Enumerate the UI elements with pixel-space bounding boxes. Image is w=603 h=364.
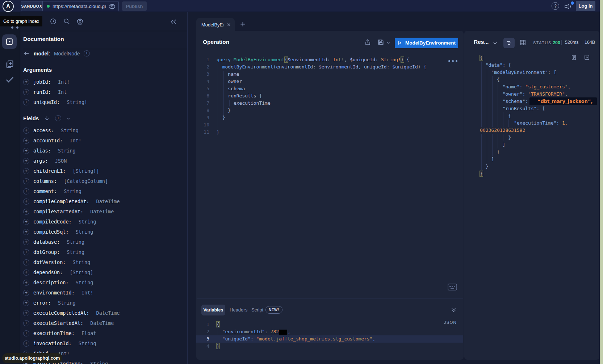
sidebar-item-collections[interactable] [5,59,14,69]
field-row[interactable]: runId: Int [23,87,186,97]
publish-button[interactable]: Publish [122,1,147,11]
field-row[interactable]: comment: String [23,186,186,196]
explorer-settings-gear-icon[interactable] [76,18,84,25]
field-row[interactable]: access: String [23,125,186,135]
add-field-button[interactable] [23,89,29,95]
field-type[interactable]: [String] [67,269,93,275]
add-field-button[interactable] [23,280,29,286]
sidebar-item-explorer[interactable] [2,34,17,49]
field-type[interactable]: Int! [55,79,70,85]
field-type[interactable]: String [76,340,96,346]
field-row[interactable]: description: String [23,277,186,288]
close-tab-icon[interactable] [227,22,231,27]
field-type[interactable]: String [87,361,108,364]
field-row[interactable]: uniqueId: String! [23,97,186,107]
field-row[interactable]: executionTime: Float [23,328,186,338]
field-type[interactable]: JSON [52,158,67,164]
save-operation-icon[interactable] [377,39,384,46]
add-field-button[interactable] [23,229,29,235]
sidebar-item-checks[interactable] [5,74,15,84]
field-type[interactable]: DateTime [87,320,114,326]
response-raw-view-button[interactable] [503,38,515,48]
field-type[interactable]: [String!] [70,168,99,174]
field-row[interactable]: dbtGroup: String [23,247,186,257]
add-field-button[interactable] [23,330,29,336]
field-type[interactable]: [CatalogColumn] [61,178,108,184]
field-row[interactable]: accountId: Int! [23,135,186,146]
field-type[interactable]: Int! [67,138,81,143]
field-row[interactable]: dbtVersion: String [23,257,186,267]
field-type[interactable]: String [73,229,93,235]
field-type[interactable]: String [76,219,96,225]
add-field-button[interactable] [23,138,29,144]
add-field-button[interactable] [23,239,29,245]
add-type-button[interactable] [84,50,90,57]
add-field-button[interactable] [23,198,29,205]
endpoint-url[interactable]: https://metadata.cloud.get [53,4,106,9]
save-options-chevron-icon[interactable] [386,41,390,45]
graph-index-icon[interactable] [16,26,18,29]
variables-editor[interactable]: 1{2 "environmentId": 782,3 "uniqueId": "… [196,321,463,350]
endpoint-settings-gear-icon[interactable] [109,3,115,9]
operation-variables-divider[interactable] [197,298,463,298]
field-row[interactable]: columns: [CatalogColumn] [23,176,186,186]
add-field-button[interactable] [23,249,29,255]
collapse-variables-chevrons-icon[interactable] [451,307,457,313]
add-field-button[interactable] [23,148,29,154]
add-field-button[interactable] [23,290,29,296]
field-type[interactable]: Float [79,330,96,336]
field-row[interactable]: args: JSON [23,156,186,166]
docs-field-type[interactable]: ModelNode [54,51,80,57]
field-type[interactable]: String! [64,99,87,105]
response-json-viewer[interactable]: { "data": { "modelByEnvironment": [ { "n… [480,54,598,177]
endpoint-url-bar[interactable]: https://metadata.cloud.get [42,1,119,11]
share-operation-icon[interactable] [364,39,371,46]
field-row[interactable]: environmentId: Int! [23,288,186,298]
add-field-button[interactable] [23,320,29,326]
field-row[interactable]: compiledCode: String [23,217,186,227]
operation-editor[interactable]: 1query ModelByEnvironment($environmentId… [196,56,463,136]
apollo-logo[interactable]: A [3,1,14,12]
response-table-view-icon[interactable] [519,39,526,46]
add-field-button[interactable] [23,79,29,85]
add-field-button[interactable] [23,127,29,134]
add-field-button[interactable] [23,158,29,164]
field-type[interactable]: String [73,280,93,285]
field-type[interactable]: String [55,148,76,154]
new-tab-button[interactable] [239,20,247,28]
add-field-button[interactable] [23,178,29,184]
field-type[interactable]: DateTime [87,209,114,214]
add-field-button[interactable] [23,310,29,316]
search-icon[interactable] [63,18,70,25]
field-row[interactable]: compileCompletedAt: DateTime [23,196,186,206]
field-row[interactable]: error: String [23,298,186,308]
field-row[interactable]: childrenL1: [String!] [23,166,186,176]
field-type[interactable]: Int [55,89,67,95]
tab-variables[interactable]: Variables [201,305,225,315]
field-type[interactable]: String [64,239,84,245]
graph-index-icon[interactable] [11,26,13,29]
run-operation-button[interactable]: ModelByEnvironment [395,38,458,48]
add-all-fields-button[interactable] [55,115,61,121]
field-row[interactable]: compiledSql: String [23,227,186,237]
collapse-docs-panel-icon[interactable] [169,18,177,26]
field-row[interactable]: executeStartedAt: DateTime [23,318,186,328]
field-row[interactable]: jobId: Int! [23,77,186,87]
tab-script[interactable]: Script [251,307,263,313]
field-type[interactable]: String [55,300,76,306]
login-button[interactable]: Log in [576,1,595,11]
add-field-button[interactable] [23,99,29,105]
add-field-button[interactable] [23,340,29,347]
field-row[interactable]: executeCompletedAt: DateTime [23,308,186,318]
field-type[interactable]: String [61,188,81,194]
field-row[interactable]: database: String [23,237,186,247]
field-row[interactable]: invocationId: String [23,338,186,348]
field-row[interactable]: compileStartedAt: DateTime [23,206,186,217]
add-field-button[interactable] [23,259,29,265]
history-icon[interactable] [50,18,57,25]
add-field-button[interactable] [23,269,29,276]
sort-fields-icon[interactable] [44,115,50,121]
chevron-down-icon[interactable] [66,116,71,121]
field-type[interactable]: Int! [79,290,93,296]
field-row[interactable]: alias: String [23,146,186,156]
